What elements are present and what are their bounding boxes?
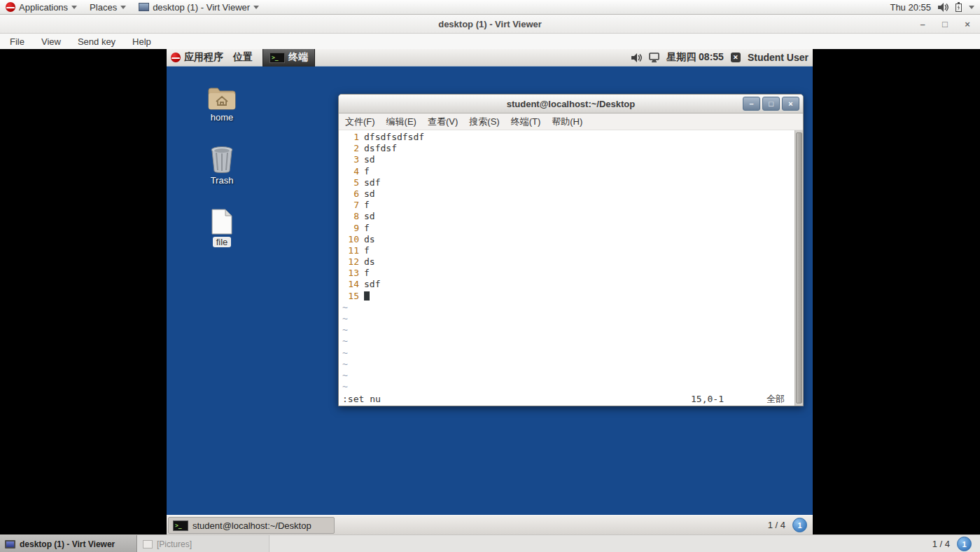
close-button[interactable]: × bbox=[962, 19, 973, 29]
line-text: sdf bbox=[364, 177, 380, 188]
taskbar-button-virt-viewer[interactable]: desktop (1) - Virt Viewer bbox=[0, 535, 137, 552]
virt-viewer-icon bbox=[5, 540, 15, 548]
vim-line: 6sd bbox=[339, 188, 803, 200]
line-text: f bbox=[364, 223, 370, 233]
line-text: sd bbox=[364, 154, 375, 165]
document-icon bbox=[197, 207, 246, 235]
chevron-down-icon[interactable] bbox=[969, 6, 974, 9]
host-taskbar: desktop (1) - Virt Viewer [Pictures] 1 /… bbox=[0, 534, 980, 552]
virt-viewer-title: desktop (1) - Virt Viewer bbox=[438, 19, 542, 29]
taskbar-button-pictures[interactable]: [Pictures] bbox=[138, 535, 270, 552]
battery-icon[interactable] bbox=[955, 2, 962, 12]
vim-empty-line: ~ bbox=[339, 313, 803, 324]
vim-line: 12ds bbox=[339, 256, 803, 268]
vim-line: 9f bbox=[339, 223, 803, 234]
line-number: 6 bbox=[342, 188, 359, 200]
terminal-menu-item[interactable]: 查看(V) bbox=[428, 116, 458, 128]
line-number: 13 bbox=[342, 268, 359, 279]
viewer-menu-item[interactable]: View bbox=[41, 36, 61, 47]
clock[interactable]: Thu 20:55 bbox=[890, 2, 931, 13]
terminal-menu-item[interactable]: 终端(T) bbox=[511, 116, 541, 128]
line-number: 11 bbox=[342, 245, 359, 256]
line-number: 3 bbox=[342, 154, 359, 165]
desktop-icon-trash[interactable]: Trash bbox=[197, 145, 246, 186]
vim-empty-line: ~ bbox=[339, 347, 803, 359]
terminal-menu-item[interactable]: 文件(F) bbox=[345, 116, 375, 128]
vim-line: 13f bbox=[339, 268, 803, 279]
vim-cursor-position: 15,0-1 bbox=[691, 393, 724, 405]
vim-line: 15 bbox=[339, 291, 803, 302]
terminal-window: student@localhost:~/Desktop – □ × 文件(F)编… bbox=[338, 94, 804, 406]
workspace-switcher[interactable]: 1 bbox=[792, 518, 807, 532]
close-button[interactable]: × bbox=[782, 97, 799, 111]
vim-empty-line: ~ bbox=[339, 324, 803, 336]
terminal-titlebar[interactable]: student@localhost:~/Desktop – □ × bbox=[339, 95, 803, 113]
user-menu[interactable]: Student User bbox=[748, 52, 808, 63]
vim-scroll-indicator: 全部 bbox=[766, 393, 785, 405]
terminal-menu-item[interactable]: 搜索(S) bbox=[469, 116, 499, 128]
line-text: dfsdfsdfsdf bbox=[364, 132, 424, 142]
line-number: 1 bbox=[342, 132, 359, 143]
window-thumbnail-icon bbox=[139, 3, 149, 11]
cursor-block bbox=[364, 291, 370, 301]
desktop-icon-file[interactable]: file bbox=[197, 207, 246, 247]
vim-line: 14sdf bbox=[339, 279, 803, 290]
line-number: 10 bbox=[342, 234, 359, 245]
minimize-button[interactable]: – bbox=[917, 19, 928, 29]
guest-taskbar-terminal-button[interactable]: >_ student@localhost:~/Desktop bbox=[168, 517, 335, 534]
host-top-panel: Applications Places desktop (1) - Virt V… bbox=[0, 0, 980, 15]
guest-desktop[interactable]: home Trash bbox=[167, 67, 813, 515]
guest-task-label: student@localhost:~/Desktop bbox=[192, 520, 312, 531]
line-text: f bbox=[364, 245, 370, 256]
pictures-icon bbox=[143, 540, 153, 548]
line-number: 14 bbox=[342, 279, 359, 290]
vim-line: 7f bbox=[339, 200, 803, 211]
vim-line: 1dfsdfsdfsdf bbox=[339, 132, 803, 143]
applications-menu-label: Applications bbox=[19, 2, 68, 13]
volume-icon[interactable] bbox=[938, 3, 948, 12]
maximize-button[interactable]: □ bbox=[939, 19, 951, 29]
workspace-switcher[interactable]: 1 bbox=[957, 537, 972, 551]
workspace-pager: 1 / 4 bbox=[768, 520, 785, 530]
line-number: 2 bbox=[342, 143, 359, 154]
guest-clock[interactable]: 星期四 08:55 bbox=[666, 51, 724, 64]
viewer-menu-item[interactable]: Send key bbox=[78, 36, 115, 47]
line-text: sdf bbox=[364, 279, 380, 289]
chevron-down-icon bbox=[253, 6, 259, 9]
scrollbar-thumb[interactable] bbox=[796, 132, 802, 403]
guest-places-label: 位置 bbox=[233, 51, 253, 64]
scrollbar[interactable] bbox=[794, 130, 803, 406]
desktop-icon-label: home bbox=[197, 112, 246, 123]
viewer-menu-item[interactable]: File bbox=[10, 36, 24, 47]
home-folder-icon bbox=[197, 82, 246, 110]
terminal-title: student@localhost:~/Desktop bbox=[507, 99, 636, 109]
minimize-button[interactable]: – bbox=[743, 97, 760, 111]
vim-line: 10ds bbox=[339, 234, 803, 245]
applications-menu[interactable]: Applications bbox=[6, 2, 77, 13]
volume-icon[interactable] bbox=[631, 53, 642, 62]
window-list-button[interactable]: desktop (1) - Virt Viewer bbox=[139, 2, 259, 13]
line-number: 15 bbox=[342, 291, 359, 302]
places-menu[interactable]: Places bbox=[90, 2, 126, 13]
guest-panel-terminal-task[interactable]: >_ 终端 bbox=[262, 49, 315, 67]
viewer-menu-item[interactable]: Help bbox=[132, 36, 151, 47]
chevron-down-icon bbox=[120, 6, 126, 9]
viewer-canvas: 应用程序 位置 >_ 终端 星期四 08:55 bbox=[0, 49, 980, 534]
desktop-icon-label: file bbox=[213, 237, 232, 247]
vim-line: 4f bbox=[339, 166, 803, 177]
vim-line: 2dsfdsf bbox=[339, 143, 803, 154]
terminal-menu-item[interactable]: 帮助(H) bbox=[552, 116, 582, 128]
vim-buffer[interactable]: 1dfsdfsdfsdf2dsfdsf3sd4f5sdf6sd7f8sd9f10… bbox=[339, 130, 803, 406]
vim-empty-line: ~ bbox=[339, 359, 803, 370]
guest-places-menu[interactable]: 位置 bbox=[233, 51, 253, 64]
virt-viewer-menubar: FileViewSend keyHelp bbox=[0, 34, 980, 49]
guest-applications-label: 应用程序 bbox=[184, 51, 223, 64]
display-icon[interactable] bbox=[649, 53, 659, 62]
desktop-icon-home[interactable]: home bbox=[197, 82, 246, 123]
guest-applications-menu[interactable]: 应用程序 bbox=[171, 51, 223, 64]
vim-empty-line: ~ bbox=[339, 381, 803, 392]
vim-empty-line: ~ bbox=[339, 370, 803, 381]
maximize-button[interactable]: □ bbox=[762, 97, 780, 111]
terminal-menu-item[interactable]: 编辑(E) bbox=[386, 116, 416, 128]
line-number: 7 bbox=[342, 200, 359, 211]
